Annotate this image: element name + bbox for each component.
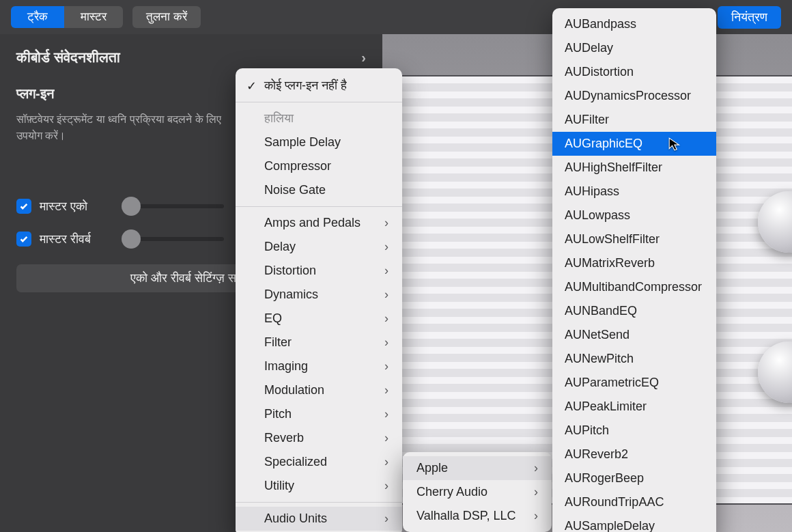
menu-item-au-plugin[interactable]: AUHipass bbox=[552, 180, 716, 204]
chevron-right-icon: › bbox=[384, 455, 388, 469]
menu-item-category[interactable]: Pitch› bbox=[236, 402, 402, 426]
knob-icon bbox=[758, 341, 792, 403]
slider-thumb[interactable] bbox=[122, 197, 141, 216]
master-echo-label: मास्टर एको bbox=[40, 199, 122, 214]
menu-separator bbox=[236, 502, 402, 503]
menu-item-category[interactable]: Delay› bbox=[236, 235, 402, 259]
menu-item-au-plugin[interactable]: AUReverb2 bbox=[552, 443, 716, 466]
chevron-right-icon: › bbox=[384, 288, 388, 302]
menu-item-au-plugin[interactable]: AUNewPitch bbox=[552, 347, 716, 371]
plugins-hint: सॉफ़्टवेयर इंस्ट्रूमेंट या ध्वनि प्रक्रि… bbox=[16, 111, 235, 144]
track-master-segment: ट्रैक मास्टर bbox=[11, 6, 123, 28]
menu-item-au-plugin[interactable]: AUDistortion bbox=[552, 60, 716, 84]
keyboard-sensitivity-label: कीबोर्ड संवेदनशीलता bbox=[16, 49, 120, 66]
menu-item-au-plugin[interactable]: AULowShelfFilter bbox=[552, 227, 716, 251]
slider-thumb[interactable] bbox=[122, 229, 141, 249]
master-reverb-slider[interactable] bbox=[122, 237, 224, 241]
chevron-right-icon: › bbox=[384, 407, 388, 421]
menu-item-au-plugin[interactable]: AUMultibandCompressor bbox=[552, 275, 716, 299]
menu-item-au-plugin[interactable]: AUFilter bbox=[552, 108, 716, 132]
menu-item-vendor[interactable]: Valhalla DSP, LLC› bbox=[403, 504, 552, 528]
menu-item-au-plugin[interactable]: AUDynamicsProcessor bbox=[552, 84, 716, 108]
menu-item-au-plugin[interactable]: AUBandpass bbox=[552, 12, 716, 36]
menu-item-category[interactable]: Reverb› bbox=[236, 426, 402, 450]
menu-item-au-plugin[interactable]: AURoundTripAAC bbox=[552, 490, 716, 514]
menu-item-audio-units[interactable]: Audio Units› bbox=[236, 507, 402, 531]
chevron-right-icon: › bbox=[534, 509, 538, 523]
menu-item-recent[interactable]: Sample Delay bbox=[236, 130, 402, 154]
control-button[interactable]: नियंत्रण bbox=[718, 6, 781, 29]
menu-header-recent: हालिया bbox=[236, 107, 402, 130]
menu-item-au-plugin[interactable]: AULowpass bbox=[552, 204, 716, 227]
tab-master[interactable]: मास्टर bbox=[64, 6, 123, 28]
chevron-right-icon: › bbox=[384, 240, 388, 254]
chevron-right-icon: › bbox=[361, 50, 366, 66]
menu-item-category[interactable]: Modulation› bbox=[236, 378, 402, 402]
au-plugin-submenu: AUBandpassAUDelayAUDistortionAUDynamicsP… bbox=[552, 8, 716, 532]
menu-item-au-plugin[interactable]: AUMatrixReverb bbox=[552, 251, 716, 275]
chevron-right-icon: › bbox=[384, 512, 388, 526]
menu-item-category[interactable]: Distortion› bbox=[236, 259, 402, 283]
chevron-right-icon: › bbox=[534, 461, 538, 475]
menu-separator bbox=[236, 102, 402, 102]
chevron-right-icon: › bbox=[384, 264, 388, 278]
menu-item-au-plugin[interactable]: AUSampleDelay bbox=[552, 514, 716, 532]
menu-item-category[interactable]: Imaging› bbox=[236, 354, 402, 378]
master-echo-slider[interactable] bbox=[122, 204, 224, 208]
menu-item-au-plugin[interactable]: AUPitch bbox=[552, 419, 716, 443]
menu-item-au-plugin[interactable]: AUNetSend bbox=[552, 323, 716, 347]
menu-item-no-plugin[interactable]: कोई प्लग-इन नहीं है bbox=[236, 74, 402, 98]
master-reverb-label: मास्टर रीवर्ब bbox=[40, 232, 122, 247]
menu-item-recent[interactable]: Noise Gate bbox=[236, 178, 402, 202]
menu-item-recent[interactable]: Compressor bbox=[236, 154, 402, 178]
menu-item-vendor[interactable]: Apple› bbox=[403, 456, 552, 480]
chevron-right-icon: › bbox=[384, 479, 388, 493]
menu-item-vendor[interactable]: Cherry Audio› bbox=[403, 480, 552, 504]
master-reverb-checkbox[interactable] bbox=[16, 232, 31, 247]
chevron-right-icon: › bbox=[384, 359, 388, 374]
menu-item-au-plugin[interactable]: AUDelay bbox=[552, 36, 716, 60]
menu-item-au-plugin[interactable]: AUHighShelfFilter bbox=[552, 156, 716, 180]
chevron-right-icon: › bbox=[384, 383, 388, 397]
chevron-right-icon: › bbox=[534, 485, 538, 499]
menu-item-au-plugin[interactable]: AUPeakLimiter bbox=[552, 395, 716, 419]
menu-item-category[interactable]: Dynamics› bbox=[236, 283, 402, 307]
tab-track[interactable]: ट्रैक bbox=[11, 6, 64, 28]
chevron-right-icon: › bbox=[384, 311, 388, 326]
menu-item-au-plugin[interactable]: AURogerBeep bbox=[552, 466, 716, 490]
menu-item-category[interactable]: Filter› bbox=[236, 331, 402, 354]
knob-icon bbox=[758, 191, 792, 253]
check-icon bbox=[19, 234, 29, 244]
master-echo-checkbox[interactable] bbox=[16, 199, 31, 214]
menu-item-au-plugin[interactable]: AUGraphicEQ bbox=[552, 132, 716, 156]
menu-item-au-plugin[interactable]: AUParametricEQ bbox=[552, 371, 716, 395]
menu-item-category[interactable]: Amps and Pedals› bbox=[236, 211, 402, 235]
menu-item-category[interactable]: EQ› bbox=[236, 307, 402, 331]
menu-item-category[interactable]: Specialized› bbox=[236, 450, 402, 474]
keyboard-sensitivity-row[interactable]: कीबोर्ड संवेदनशीलता › bbox=[16, 49, 366, 66]
vendor-submenu: Apple› Cherry Audio› Valhalla DSP, LLC› bbox=[403, 452, 552, 532]
chevron-right-icon: › bbox=[384, 431, 388, 445]
menu-separator bbox=[236, 206, 402, 207]
chevron-right-icon: › bbox=[384, 335, 388, 350]
menu-item-au-plugin[interactable]: AUNBandEQ bbox=[552, 299, 716, 323]
chevron-right-icon: › bbox=[384, 216, 388, 230]
check-icon bbox=[19, 201, 29, 211]
plugin-menu: कोई प्लग-इन नहीं है हालिया Sample Delay … bbox=[236, 68, 402, 532]
cursor-icon bbox=[668, 137, 683, 152]
menu-item-category[interactable]: Utility› bbox=[236, 474, 402, 498]
compare-button[interactable]: तुलना करें bbox=[132, 6, 201, 28]
